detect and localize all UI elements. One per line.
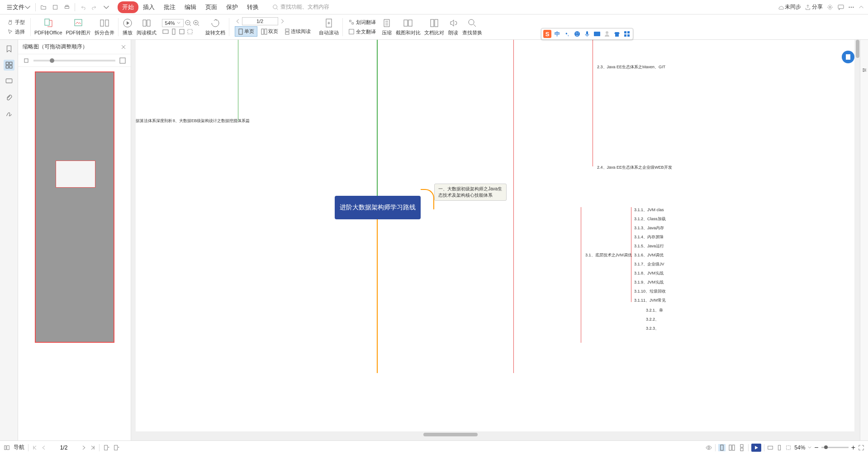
thumbnail-page-1[interactable] <box>35 71 114 343</box>
select-tool[interactable]: 选择 <box>5 28 27 36</box>
tab-annotate[interactable]: 批注 <box>159 1 180 13</box>
fit-page-status-icon[interactable] <box>776 445 783 451</box>
ime-user-icon[interactable] <box>603 30 611 38</box>
double-page-button[interactable]: 双页 <box>258 27 281 36</box>
ime-punct-icon[interactable]: •, <box>563 30 571 38</box>
hand-tool[interactable]: 手型 <box>5 18 27 27</box>
search-box[interactable]: 查找功能、文档内容 <box>272 3 329 11</box>
thumb-small-icon[interactable] <box>23 57 30 64</box>
close-icon[interactable] <box>121 44 126 50</box>
ime-emoji-icon[interactable] <box>573 30 581 38</box>
thumbnail-panel-button[interactable] <box>4 60 14 71</box>
ime-voice-icon[interactable] <box>583 30 591 38</box>
ime-toolbox-icon[interactable] <box>623 30 631 38</box>
ime-lang-icon[interactable]: 中 <box>553 30 561 38</box>
pdf-to-image-button[interactable]: PDF转图片 <box>64 18 93 36</box>
fit-page-icon[interactable] <box>170 28 177 35</box>
view-continuous-icon[interactable] <box>738 444 745 451</box>
ime-toolbar[interactable]: S 中 •, <box>541 28 633 40</box>
nav-icon[interactable] <box>4 445 10 451</box>
tab-protect[interactable]: 保护 <box>222 1 242 13</box>
scrollbar-thumb[interactable] <box>856 40 859 58</box>
view-single-icon[interactable] <box>718 444 726 451</box>
floating-action-button[interactable] <box>842 51 854 63</box>
read-aloud-button[interactable]: 朗读 <box>446 18 460 36</box>
compress-button[interactable]: 压缩 <box>379 18 394 36</box>
message-icon[interactable] <box>837 4 844 11</box>
vertical-scrollbar[interactable] <box>855 40 860 431</box>
play-status-button[interactable] <box>751 444 761 452</box>
ime-skin-icon[interactable] <box>613 30 621 38</box>
single-page-button[interactable]: 单页 <box>235 26 257 37</box>
undo-button[interactable] <box>77 3 89 11</box>
tab-start[interactable]: 开始 <box>118 1 138 13</box>
tab-edit[interactable]: 编辑 <box>180 1 201 13</box>
page-remove-icon[interactable] <box>113 445 119 451</box>
read-mode-button[interactable]: 阅读模式 <box>135 18 158 36</box>
zoom-status-label[interactable]: 54% <box>794 445 805 451</box>
zoom-dropdown[interactable]: 54% <box>162 19 184 27</box>
marquee-icon[interactable] <box>186 28 194 35</box>
more-icon[interactable] <box>848 4 854 10</box>
auto-scroll-button[interactable]: 自动滚动 <box>317 18 341 36</box>
fullscreen-icon[interactable] <box>858 445 864 451</box>
actual-size-icon[interactable] <box>178 28 185 35</box>
share-button[interactable]: 分享 <box>805 3 823 11</box>
find-replace-button[interactable]: 查找替换 <box>460 18 484 36</box>
split-merge-button[interactable]: 拆分合并 <box>93 18 116 36</box>
thumbnail-content[interactable] <box>18 67 131 440</box>
tab-insert[interactable]: 插入 <box>138 1 159 13</box>
slider-knob[interactable] <box>50 58 54 63</box>
bookmark-panel-button[interactable] <box>4 43 14 54</box>
fit-width-icon[interactable] <box>162 28 169 35</box>
horizontal-scrollbar[interactable] <box>136 432 854 437</box>
zoom-slider-knob[interactable] <box>824 445 828 449</box>
sync-status[interactable]: 未同步 <box>778 3 801 11</box>
page-indicator[interactable]: 1/2 <box>242 17 278 25</box>
last-page-icon[interactable] <box>90 445 95 450</box>
comment-panel-button[interactable] <box>4 76 14 87</box>
thumbnail-size-slider[interactable] <box>33 60 115 61</box>
word-translate-button[interactable]: 划词翻译 <box>346 18 378 27</box>
zoom-out-icon[interactable] <box>185 19 192 27</box>
fit-width-status-icon[interactable] <box>767 445 773 451</box>
prev-page-icon[interactable] <box>41 445 47 450</box>
tab-convert[interactable]: 转换 <box>242 1 263 13</box>
view-double-icon[interactable] <box>728 444 735 451</box>
save-button[interactable] <box>49 3 61 11</box>
redo-button[interactable] <box>89 3 100 11</box>
rotate-button[interactable]: 旋转文档 <box>204 18 227 36</box>
zoom-out-status[interactable]: − <box>814 444 818 452</box>
tab-page[interactable]: 页面 <box>201 1 222 13</box>
file-menu-button[interactable]: 文件 <box>4 2 33 12</box>
next-page-icon[interactable] <box>279 18 285 24</box>
zoom-in-icon[interactable] <box>193 19 200 27</box>
zoom-slider[interactable] <box>821 447 849 448</box>
first-page-icon[interactable] <box>32 445 38 450</box>
ime-keyboard-icon[interactable] <box>593 30 601 38</box>
pdf-to-office-button[interactable]: PDF转Office <box>33 18 64 36</box>
thumb-large-icon[interactable] <box>119 57 126 64</box>
prev-page-icon[interactable] <box>235 18 241 24</box>
play-button[interactable]: 播放 <box>120 18 135 36</box>
eye-icon[interactable] <box>705 444 712 451</box>
next-page-icon[interactable] <box>81 445 86 450</box>
page-add-icon[interactable] <box>103 445 109 451</box>
doc-compare-button[interactable]: 文档比对 <box>422 18 446 36</box>
zoom-in-status[interactable]: + <box>851 444 855 452</box>
chevron-down-icon[interactable] <box>808 446 811 449</box>
collapse-icon[interactable] <box>858 4 864 10</box>
scrollbar-thumb[interactable] <box>423 433 478 436</box>
screenshot-compare-button[interactable]: 截图和对比 <box>394 18 422 36</box>
signature-panel-button[interactable] <box>4 109 14 119</box>
document-canvas[interactable]: 据算法体系深度剖析 8、大数据EB级架构设计之数据挖掘体系篇 进阶大数据架构师学… <box>136 40 854 431</box>
attachment-panel-button[interactable] <box>4 92 14 103</box>
gear-icon[interactable] <box>826 4 834 11</box>
ime-logo-icon[interactable]: S <box>543 30 551 38</box>
thumbnail-viewport[interactable] <box>56 161 95 188</box>
continuous-button[interactable]: 连续阅读 <box>282 27 313 36</box>
nav-label[interactable]: 导航 <box>14 444 24 451</box>
print-button[interactable] <box>61 3 73 11</box>
zoom-select-icon[interactable] <box>785 445 792 451</box>
open-button[interactable] <box>38 3 49 11</box>
